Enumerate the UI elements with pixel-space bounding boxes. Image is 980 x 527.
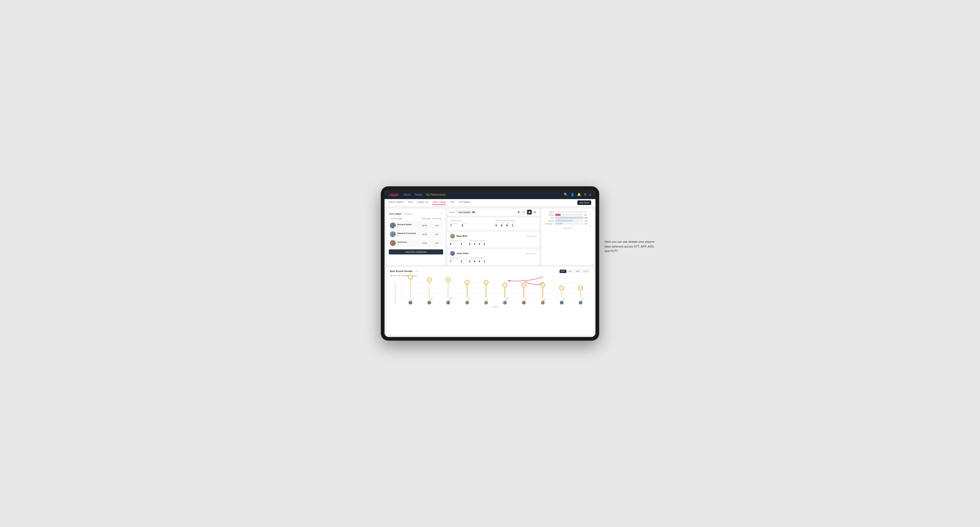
view-leaderboard-button[interactable]: View Full Leaderboard [389,249,443,254]
sec-nav-all-players[interactable]: All Players [459,201,471,205]
player-column-crossman: 4x E. Crossman [495,278,514,298]
streak-bubble: 3x [559,286,564,290]
sec-nav-team-clippd[interactable]: Team Clippd [433,201,446,205]
table-view-button[interactable]: ⊟ [532,210,537,214]
edit-icon[interactable]: ✏ [441,212,443,214]
column-headers: PLAYER NAME PB SCORE PB AVG SQ [389,217,443,221]
player-info: Richard Butler ♥ [397,223,418,227]
user-avatar-icon[interactable]: ● [589,193,591,197]
player-card-josh: Josh Coles 26 Aug 2023 Total Rounds Tour… [447,249,539,265]
nav-my-performance[interactable]: My Performance [426,193,445,196]
bar-row-bogeys: Bogeys 311 [544,220,591,222]
time-filter-select[interactable]: Last 3 months [456,211,476,214]
show-label: Show [450,211,455,213]
top-section: Team Clippd | 14 Players ✏ PLAYER NAME P… [387,209,593,265]
sec-nav-hcaps[interactable]: Hcaps 1-5 [417,201,428,205]
arg-value: 0 [506,224,510,227]
arg-filter-tab[interactable]: ARG [574,270,582,273]
nav-teams[interactable]: Teams [414,193,422,196]
player-pb-avg: 107 [431,233,442,236]
sec-nav-pga[interactable]: PGA [408,201,413,205]
player-pb-avg: 110 [431,224,442,227]
settings-icon[interactable]: ⚙ [584,193,587,197]
player-pb-score: 17/20 [419,242,430,244]
streak-bar [448,282,449,298]
streak-bar [562,290,562,298]
bar-label: Pars [544,217,554,219]
total-shots-label: Total Shots [544,227,591,229]
app-value: 0 [501,224,504,227]
card-header: Josh Coles 26 Aug 2023 [450,251,536,256]
leaderboard-panel: Team Clippd | 14 Players ✏ PLAYER NAME P… [387,209,445,265]
total-practice-label: Total Practice Activities [496,220,537,221]
streaks-title: Best Round Streaks [390,270,413,273]
player-avatar-small [465,301,469,305]
sec-nav-tour[interactable]: Tour [450,201,455,205]
player-column-coles: 5x J. Coles [458,278,476,298]
app-filter-tab[interactable]: APP [567,270,574,273]
bar-value: 499 [584,217,591,219]
streak-bubble: 5x [484,280,488,285]
add-team-button[interactable]: Add Team [578,200,591,205]
search-icon[interactable]: 🔍 [564,193,568,197]
person-icon[interactable]: 👤 [570,193,574,197]
streak-bar [504,287,505,298]
putt-value: 1 [512,224,516,227]
x-label: 0 [555,225,556,227]
practice-value: 6 [462,224,468,227]
rank-badge: 1 [394,226,396,229]
chart-body: 7x E. Ebert 6x [401,278,590,308]
bar-track [555,222,584,225]
streaks-header: Best Round Streaks ← OTT APP ARG PUTT [390,269,590,273]
streak-bubble: 5x [465,280,469,285]
bar-track [555,217,584,219]
player-count: 14 Players [404,213,412,215]
bar-label: Bogeys [544,220,554,222]
player-info: Edward Crossman ♥ [397,232,418,237]
total-rounds-label: Total Rounds [450,220,492,221]
arrow-indicator: ← [415,269,418,273]
content-area: Team Clippd | 14 Players ✏ PLAYER NAME P… [385,206,595,337]
player-row[interactable]: 1 Richard Butler ♥ 19/20 110 [389,221,443,229]
player-avatar-small [503,301,507,305]
x-label: 400 [589,225,591,227]
streak-bubble: 6x [427,277,432,282]
nav-home[interactable]: Home [403,193,410,196]
avatar: 2 [390,231,396,237]
bar-fill-highlight [555,214,561,216]
player-column-britt: 5x R. Britt [476,278,495,298]
card-header: Rees Britt 02 Sep 2023 [450,234,536,238]
card-player-name: Josh Coles [457,252,468,255]
player-avatar-small [409,301,412,305]
player-name: Cameron... [397,241,418,243]
bell-icon[interactable]: 🔔 [577,193,581,197]
bar-track [555,211,584,213]
sec-nav-pgat[interactable]: PGAT Players [389,201,404,205]
chart-view-button[interactable]: ▣ [527,210,532,214]
rank-badge: 2 [394,235,396,237]
streak-bar [581,290,581,298]
player-card-rees: Rees Britt 02 Sep 2023 Total Rounds Tour… [447,232,539,248]
bar-track [555,220,584,222]
player-row[interactable]: 3 Cameron... ♥ 17/20 103 [389,239,443,247]
secondary-nav-links: PGAT Players PGA Hcaps 1-5 Team Clippd T… [389,201,578,205]
tablet-screen: clippd Home Teams My Performance 🔍 👤 🔔 ⚙… [385,190,595,337]
player-avatar-small [428,301,431,305]
bar-value: 311 [584,220,591,222]
filter-tabs: OTT APP ARG PUTT [560,270,590,273]
shots-bar-chart: Eagles 3 Birdies [544,211,591,225]
streak-bubble: 6x [446,277,450,282]
player-pb-score: 19/20 [419,224,430,227]
card-date: 26 Aug 2023 [526,252,536,254]
streaks-chart: Best Streak, Fairway Accuracy [390,278,590,308]
ott-filter-tab[interactable]: OTT [560,270,566,273]
list-view-button[interactable]: ≡ [522,210,527,214]
putt-filter-tab[interactable]: PUTT [582,270,590,273]
y-axis-label: Best Streak, Fairway Accuracy [395,283,396,303]
player-row[interactable]: 2 Edward Crossman ♥ 18/20 107 [389,230,443,238]
player-column-ebert: 7x E. Ebert [401,278,420,298]
team-header: Team Clippd | 14 Players ✏ [389,211,443,216]
tablet-frame: clippd Home Teams My Performance 🔍 👤 🔔 ⚙… [381,186,599,341]
bar-chart-panel: Eagles 3 Birdies [541,209,593,265]
grid-view-button[interactable]: ⊞ [516,210,521,214]
